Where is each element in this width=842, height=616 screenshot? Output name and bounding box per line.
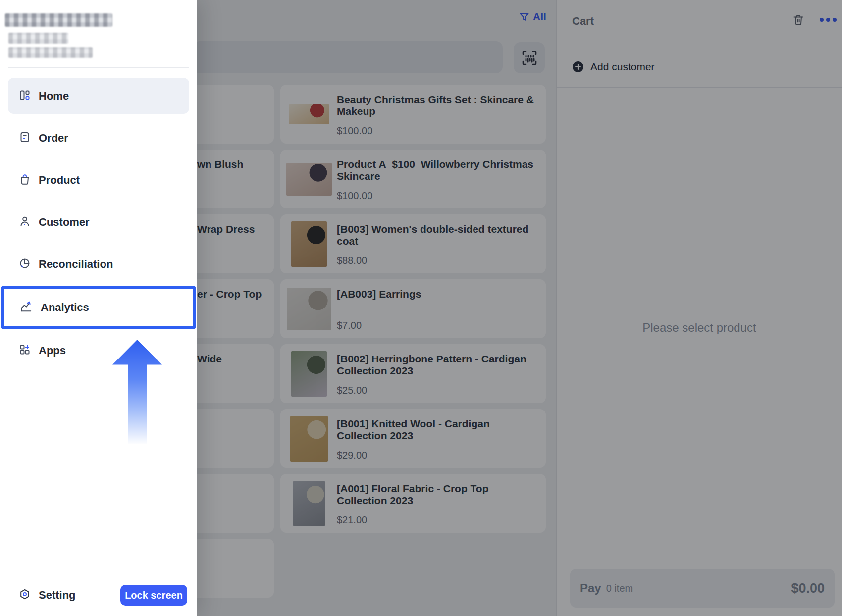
- account-info-redacted: [8, 47, 93, 58]
- sidebar-item-label: Product: [39, 174, 80, 187]
- setting-label: Setting: [39, 589, 76, 602]
- sidebar-item-setting[interactable]: Setting: [19, 583, 76, 607]
- apps-grid-icon: [19, 344, 31, 358]
- account-info-redacted: [8, 33, 68, 44]
- sidebar-item-label: Apps: [39, 344, 66, 357]
- sidebar-item-label: Order: [39, 132, 68, 145]
- dashboard-icon: [19, 89, 31, 103]
- sidebar-item-apps[interactable]: Apps: [8, 332, 189, 368]
- gear-icon: [19, 588, 31, 602]
- pie-chart-icon: [19, 257, 31, 271]
- document-icon: [19, 131, 31, 145]
- sidebar-item-label: Customer: [39, 216, 90, 229]
- sidebar-item-order[interactable]: Order: [8, 120, 189, 156]
- sidebar-item-label: Reconciliation: [39, 258, 113, 271]
- sidebar-item-label: Analytics: [41, 301, 89, 314]
- sidebar-item-home[interactable]: Home: [8, 78, 189, 114]
- app-window: All wn BlushWrap Dresser - Crop TopWide …: [0, 0, 842, 616]
- sidebar-divider: [8, 67, 189, 68]
- line-chart-icon: [20, 300, 33, 315]
- sidebar-item-product[interactable]: Product: [8, 162, 189, 198]
- sidebar-item-label: Home: [39, 90, 69, 103]
- bag-icon: [19, 173, 31, 187]
- sidebar-item-customer[interactable]: Customer: [8, 204, 189, 240]
- sidebar-item-analytics[interactable]: Analytics: [1, 286, 196, 329]
- navigation-drawer: HomeOrderProductCustomerReconciliationAn…: [0, 0, 197, 616]
- person-icon: [19, 215, 31, 229]
- account-info-redacted: [5, 13, 112, 27]
- sidebar-item-reconciliation[interactable]: Reconciliation: [8, 246, 189, 282]
- lock-screen-button[interactable]: Lock screen: [120, 585, 187, 606]
